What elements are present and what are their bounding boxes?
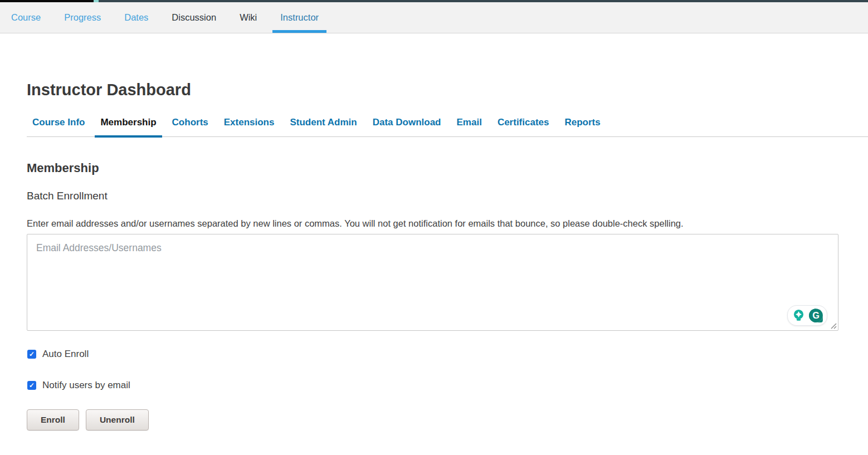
membership-heading: Membership bbox=[27, 161, 838, 175]
enrollment-buttons: Enroll Unenroll bbox=[27, 409, 838, 430]
batch-enrollment-heading: Batch Enrollment bbox=[27, 190, 838, 202]
tab-email[interactable]: Email bbox=[451, 117, 487, 136]
enroll-button[interactable]: Enroll bbox=[27, 409, 79, 430]
grammarly-g-icon[interactable]: G bbox=[808, 308, 823, 323]
membership-section: Membership Batch Enrollment Enter email … bbox=[27, 161, 838, 430]
tab-certificates[interactable]: Certificates bbox=[492, 117, 555, 136]
tab-course-info[interactable]: Course Info bbox=[27, 117, 90, 136]
nav-item-discussion[interactable]: Discussion bbox=[164, 2, 224, 33]
nav-item-course[interactable]: Course bbox=[3, 2, 48, 33]
svg-text:G: G bbox=[812, 310, 820, 320]
main-area: Instructor Dashboard Course Info Members… bbox=[0, 33, 868, 430]
auto-enroll-checkbox[interactable]: ✓ bbox=[27, 350, 36, 359]
tab-membership[interactable]: Membership bbox=[95, 117, 162, 136]
auto-enroll-row: ✓ Auto Enroll bbox=[27, 349, 838, 360]
tab-extensions[interactable]: Extensions bbox=[218, 117, 280, 136]
tab-student-admin[interactable]: Student Admin bbox=[284, 117, 362, 136]
nav-item-dates[interactable]: Dates bbox=[116, 2, 156, 33]
batch-enrollment-textarea-wrap: G bbox=[27, 234, 838, 331]
tab-data-download[interactable]: Data Download bbox=[367, 117, 447, 136]
grammarly-widget[interactable]: G bbox=[787, 305, 827, 326]
resize-handle-icon[interactable] bbox=[830, 322, 837, 329]
batch-enrollment-instructions: Enter email addresses and/or usernames s… bbox=[27, 218, 838, 229]
tab-cohorts[interactable]: Cohorts bbox=[167, 117, 214, 136]
instructor-dashboard-tabs: Course Info Membership Cohorts Extension… bbox=[27, 117, 868, 137]
course-nav: Course Progress Dates Discussion Wiki In… bbox=[0, 2, 868, 33]
unenroll-button[interactable]: Unenroll bbox=[86, 409, 149, 430]
nav-item-wiki[interactable]: Wiki bbox=[232, 2, 265, 33]
notify-users-checkbox[interactable]: ✓ bbox=[27, 381, 36, 390]
nav-item-progress[interactable]: Progress bbox=[56, 2, 109, 33]
page-title: Instructor Dashboard bbox=[27, 81, 868, 99]
auto-enroll-label[interactable]: Auto Enroll bbox=[42, 349, 89, 360]
lightbulb-sparkle-icon[interactable] bbox=[791, 308, 806, 323]
tab-reports[interactable]: Reports bbox=[559, 117, 606, 136]
email-usernames-textarea[interactable] bbox=[27, 234, 838, 331]
nav-item-instructor[interactable]: Instructor bbox=[272, 2, 326, 33]
notify-users-label[interactable]: Notify users by email bbox=[42, 380, 130, 391]
notify-users-row: ✓ Notify users by email bbox=[27, 380, 838, 391]
